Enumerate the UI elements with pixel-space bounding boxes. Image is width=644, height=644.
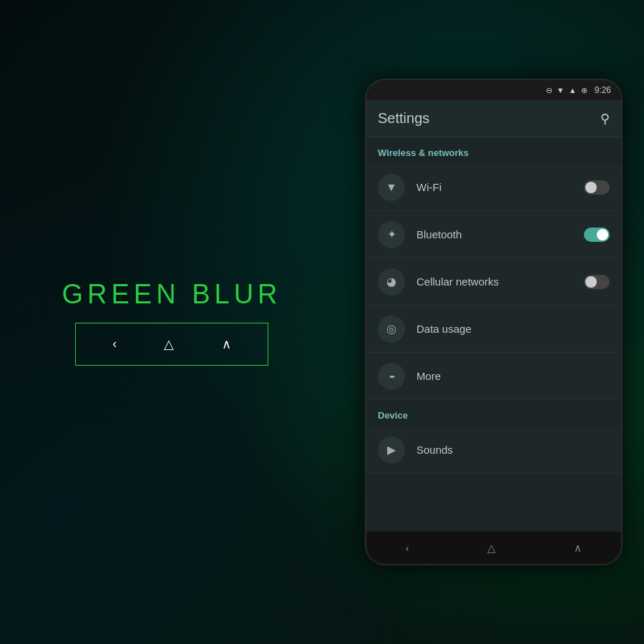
more-icon-wrap: ••• bbox=[378, 363, 405, 390]
cellular-label: Cellular networks bbox=[416, 275, 584, 288]
settings-header: Settings ⚲ bbox=[366, 100, 621, 137]
phone-nav-bar: ‹ △ ∧ bbox=[366, 531, 621, 564]
bluetooth-icon: ✦ bbox=[387, 228, 396, 241]
more-label: More bbox=[416, 370, 610, 382]
wifi-icon: ▼ bbox=[557, 86, 565, 94]
phone-home-btn[interactable]: △ bbox=[487, 542, 496, 555]
bluetooth-label: Bluetooth bbox=[416, 228, 584, 240]
list-item[interactable]: ◕ Cellular networks bbox=[366, 258, 621, 306]
status-bar: ⊖ ▼ ▲ ⊕ 9:26 bbox=[366, 80, 621, 100]
more-icon: ••• bbox=[389, 372, 394, 381]
brand-title: GREEN BLUR bbox=[62, 279, 281, 310]
list-item[interactable]: ✦ Bluetooth bbox=[366, 211, 621, 258]
phone-recents-btn[interactable]: ∧ bbox=[574, 542, 582, 555]
settings-title: Settings bbox=[378, 110, 429, 127]
cellular-icon-wrap: ◕ bbox=[378, 268, 405, 296]
sounds-label: Sounds bbox=[416, 444, 610, 456]
list-item[interactable]: ◎ Data usage bbox=[366, 306, 621, 353]
sync-icon: ⊕ bbox=[581, 86, 587, 95]
data-icon-wrap: ◎ bbox=[378, 316, 405, 343]
sounds-icon: ▶ bbox=[387, 443, 396, 457]
phone-mockup: ⊖ ▼ ▲ ⊕ 9:26 Settings ⚲ Wireless & netwo… bbox=[365, 79, 623, 565]
signal-icon: ▲ bbox=[569, 86, 577, 94]
wifi-icon-wrap: ▼ bbox=[378, 174, 405, 201]
nav-bar-widget: ‹ △ ∧ bbox=[75, 323, 268, 366]
left-panel: GREEN BLUR ‹ △ ∧ bbox=[0, 0, 343, 644]
list-item[interactable]: ▼ Wi-Fi bbox=[366, 164, 621, 211]
status-time: 9:26 bbox=[595, 85, 611, 95]
bluetooth-toggle[interactable] bbox=[584, 228, 610, 242]
wifi-label: Wi-Fi bbox=[416, 181, 584, 193]
search-button[interactable]: ⚲ bbox=[600, 111, 610, 127]
section-wireless-label: Wireless & networks bbox=[366, 137, 621, 164]
settings-content: Wireless & networks ▼ Wi-Fi ✦ Bluetooth … bbox=[366, 137, 621, 531]
nav-back-btn[interactable]: ‹ bbox=[112, 336, 117, 351]
cellular-toggle[interactable] bbox=[584, 275, 610, 289]
battery-icon: ⊖ bbox=[546, 86, 552, 95]
wifi-toggle[interactable] bbox=[584, 180, 610, 195]
nav-up-btn[interactable]: ∧ bbox=[222, 336, 231, 352]
sounds-icon-wrap: ▶ bbox=[378, 436, 405, 464]
wifi-icon: ▼ bbox=[386, 181, 397, 194]
list-item[interactable]: ••• More bbox=[366, 353, 621, 400]
bluetooth-icon-wrap: ✦ bbox=[378, 221, 405, 248]
cellular-icon: ◕ bbox=[386, 275, 396, 288]
nav-home-btn[interactable]: △ bbox=[164, 336, 174, 352]
phone-back-btn[interactable]: ‹ bbox=[406, 542, 409, 554]
data-usage-icon: ◎ bbox=[386, 322, 396, 336]
list-item[interactable]: ▶ Sounds bbox=[366, 426, 621, 474]
data-usage-label: Data usage bbox=[416, 323, 610, 335]
section-device-label: Device bbox=[366, 400, 621, 426]
